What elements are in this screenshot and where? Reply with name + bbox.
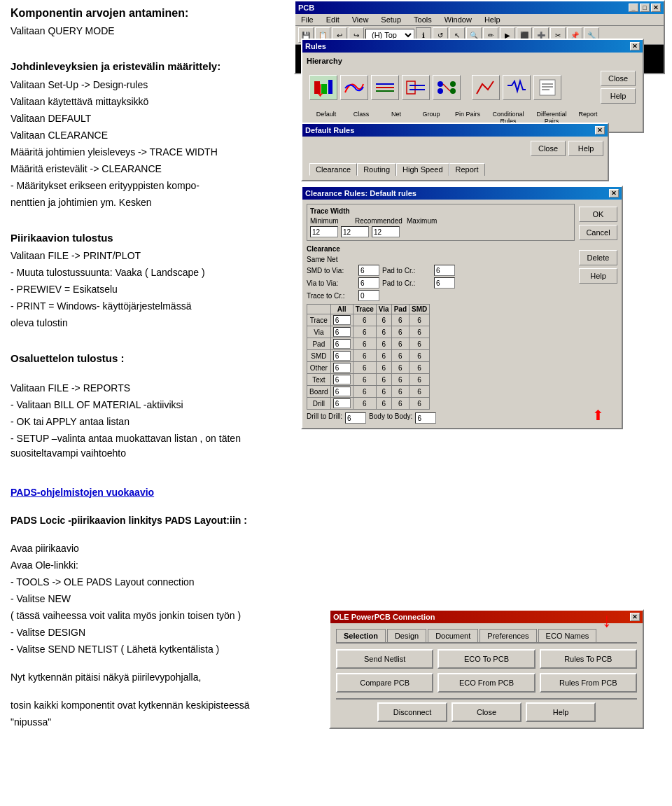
- via-cr-label: Pad to Cr.:: [382, 279, 431, 287]
- pads-flowchart-link[interactable]: PADS-ohjelmistojen vuokaavio: [10, 487, 154, 498]
- rule-icon-class[interactable]: [340, 75, 368, 100]
- th-trace: Trace: [353, 305, 376, 314]
- drill-smd: 6: [410, 398, 430, 410]
- pad-pad: 6: [391, 338, 409, 350]
- ole-tab-document[interactable]: Document: [428, 629, 478, 642]
- via-via-input[interactable]: [358, 277, 379, 289]
- valitse-new: - Valitse NEW: [10, 592, 284, 606]
- drill-drill-input[interactable]: [345, 412, 366, 424]
- rules-close-x[interactable]: ✕: [630, 42, 640, 50]
- th-all: All: [330, 305, 353, 314]
- same-net-label: Same Net: [307, 256, 575, 263]
- pad-cr-input[interactable]: [434, 265, 455, 276]
- other-via: 6: [376, 362, 391, 374]
- via-cr-input[interactable]: [434, 277, 455, 289]
- ole-close-x[interactable]: ✕: [630, 613, 640, 621]
- tab-clearance[interactable]: Clearance: [309, 163, 357, 176]
- rule-icon-differential[interactable]: [503, 75, 531, 100]
- minimize-button[interactable]: _: [629, 4, 638, 12]
- default-rules-dialog: Default Rules ✕ Close Help Clearance Rou…: [301, 123, 609, 181]
- ole-eco-from-pcb[interactable]: ECO From PCB: [438, 673, 535, 693]
- trace-all[interactable]: [333, 315, 351, 325]
- rules-dialog: Rules ✕ Hierarchy: [301, 39, 644, 133]
- ole-tab-eco-names[interactable]: ECO Names: [538, 629, 597, 642]
- clearance-ok-btn[interactable]: OK: [579, 207, 617, 222]
- menu-edit[interactable]: Edit: [323, 15, 342, 25]
- section3-title: Osaluettelon tulostus :: [10, 351, 284, 367]
- rules-body: Hierarchy: [302, 53, 643, 132]
- ole-help[interactable]: Help: [526, 702, 596, 722]
- menu-help[interactable]: Help: [482, 15, 503, 25]
- trace-cr-input[interactable]: [358, 290, 379, 301]
- tw-min-label: Minimum: [310, 217, 352, 225]
- rule-icon-pin-pairs[interactable]: [433, 75, 461, 100]
- tools-ole: - TOOLS -> OLE PADS Layout connection: [10, 575, 284, 590]
- board-all[interactable]: [333, 387, 351, 396]
- ole-tab-design[interactable]: Design: [387, 629, 426, 642]
- tab-report[interactable]: Report: [449, 163, 485, 176]
- main-heading: Komponentin arvojen antaminen:: [10, 7, 284, 20]
- tw-max-input[interactable]: [372, 226, 400, 237]
- svg-point-9: [438, 81, 443, 87]
- via-via-label: Via to Via:: [307, 279, 356, 287]
- menu-window[interactable]: Window: [442, 15, 475, 25]
- clearance-main: Trace Width Minimum Recommended Maximum: [307, 204, 617, 424]
- tab-routing[interactable]: Routing: [357, 163, 396, 176]
- th-smd: SMD: [410, 305, 430, 314]
- rule-icon-conditional[interactable]: [472, 75, 500, 100]
- rule-icon-group[interactable]: [402, 75, 430, 100]
- smd-via-input[interactable]: [358, 265, 379, 276]
- rule-icon-report[interactable]: [533, 75, 561, 100]
- drill-trace: 6: [353, 398, 376, 410]
- pad-all[interactable]: [333, 339, 351, 349]
- other-all[interactable]: [333, 363, 351, 373]
- table-row-board: Board 6 6 6 6: [307, 386, 430, 398]
- menu-file[interactable]: File: [298, 15, 316, 25]
- ole-disconnect[interactable]: Disconnect: [377, 702, 447, 722]
- drill-all[interactable]: [333, 398, 351, 408]
- menu-setup[interactable]: Setup: [378, 15, 404, 25]
- pcb-menubar: File Edit View Setup Tools Window Help: [295, 14, 664, 26]
- ole-send-netlist[interactable]: Send Netlist: [336, 649, 433, 669]
- tw-min-input[interactable]: [310, 226, 338, 237]
- ole-tab-selection[interactable]: Selection: [336, 629, 386, 642]
- default-rules-close-x[interactable]: ✕: [595, 126, 605, 134]
- clearance-cancel-btn[interactable]: Cancel: [579, 225, 617, 240]
- clearance-delete-btn[interactable]: Delete: [579, 250, 617, 265]
- line12: - Muuta tulostussuunta: Vaaka ( Landscap…: [10, 265, 284, 280]
- close-button[interactable]: ✕: [651, 4, 661, 12]
- default-help-btn[interactable]: Help: [568, 141, 603, 156]
- text-all[interactable]: [333, 375, 351, 384]
- ole-bottom-row: Disconnect Close Help: [336, 702, 637, 722]
- pad-cr-label: Pad to Cr.:: [382, 267, 431, 275]
- body-body-input[interactable]: [415, 412, 436, 424]
- other-trace: 6: [353, 362, 376, 374]
- ole-rules-to-pcb[interactable]: Rules To PCB: [540, 649, 637, 669]
- maximize-button[interactable]: □: [640, 4, 650, 12]
- line3: Valitaan Set-Up -> Design-rules: [10, 78, 284, 92]
- ole-rules-from-pcb[interactable]: Rules From PCB: [540, 673, 637, 693]
- menu-view[interactable]: View: [349, 15, 372, 25]
- tab-high-speed[interactable]: High Speed: [396, 163, 449, 176]
- table-row-smd: SMD 6 6 6 6: [307, 350, 430, 362]
- ole-close[interactable]: Close: [451, 702, 522, 722]
- ole-compare-pcb[interactable]: Compare PCB: [336, 673, 433, 693]
- rules-close-btn[interactable]: Close: [601, 71, 636, 86]
- svg-point-13: [450, 88, 456, 94]
- smd-all[interactable]: [333, 351, 351, 361]
- clearance-help-btn[interactable]: Help: [579, 268, 617, 284]
- row-label-other: Other: [307, 362, 331, 374]
- clearance-close-x[interactable]: ✕: [609, 189, 619, 197]
- rule-icon-net[interactable]: [371, 75, 399, 100]
- via-all[interactable]: [333, 327, 351, 337]
- table-row-other: Other 6 6 6 6: [307, 362, 430, 374]
- line18: - Valitaan BILL OF MATERIAL -aktiiviksi: [10, 398, 284, 412]
- line4: Valitaan käytettävä mittayksikkö: [10, 95, 284, 109]
- svg-point-10: [438, 88, 443, 94]
- ole-tab-preferences[interactable]: Preferences: [479, 629, 536, 642]
- menu-tools[interactable]: Tools: [411, 15, 435, 25]
- ole-eco-to-pcb[interactable]: ECO To PCB: [438, 649, 535, 669]
- rules-help-btn[interactable]: Help: [601, 88, 636, 104]
- default-close-btn[interactable]: Close: [531, 141, 566, 156]
- tw-rec-input[interactable]: [341, 226, 369, 237]
